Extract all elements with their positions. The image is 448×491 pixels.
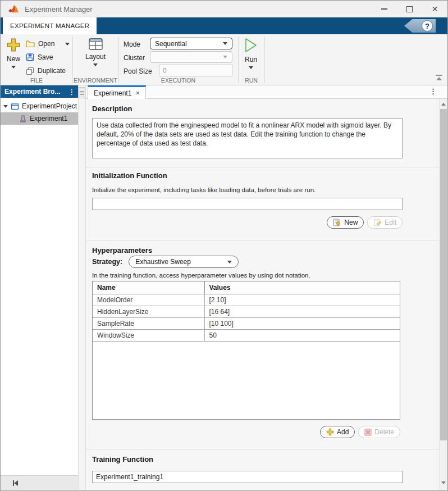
hyperparameter-values-cell[interactable]: 50 — [204, 330, 400, 342]
run-play-icon — [244, 38, 258, 53]
mode-dropdown[interactable]: Sequential — [150, 38, 232, 49]
table-row[interactable]: HiddenLayerSize [16 64] — [93, 306, 400, 318]
splitter-grip-icon[interactable] — [79, 87, 85, 98]
browser-overflow-menu-icon[interactable]: ⋮ — [68, 88, 75, 96]
collapse-ribbon-arrow-icon — [436, 77, 442, 80]
panel-splitter[interactable] — [78, 85, 86, 490]
maximize-button[interactable] — [397, 1, 422, 17]
body: Experiment Bro... ⋮ ExperimentProject — [1, 85, 447, 490]
tree-item-project[interactable]: ExperimentProject — [1, 100, 78, 112]
training-function-input[interactable] — [92, 471, 403, 483]
new-function-icon — [333, 219, 341, 227]
column-header-name[interactable]: Name — [93, 281, 204, 294]
pool-size-label: Pool Size — [124, 67, 152, 75]
file-rows: Open Save Duplicate — [26, 37, 70, 78]
initialization-heading: Initialization Function — [92, 171, 447, 180]
experiment-label: Experiment1 — [30, 115, 67, 122]
edit-function-icon — [373, 219, 382, 227]
new-function-label: New — [344, 219, 358, 226]
delete-x-icon — [364, 429, 372, 436]
table-row[interactable]: SampleRate [10 100] — [93, 318, 400, 330]
hyperparameter-name-cell[interactable]: HiddenLayerSize — [93, 306, 204, 318]
add-plus-icon — [326, 428, 334, 436]
help-icon: ? — [422, 20, 433, 31]
save-floppy-icon — [26, 53, 34, 61]
duplicate-button[interactable]: Duplicate — [26, 64, 70, 78]
table-row[interactable]: ModelOrder [2 10] — [93, 294, 400, 306]
execution-section-label: EXECUTION — [118, 77, 238, 84]
open-button-label: Open — [38, 40, 54, 48]
description-textarea[interactable]: Use data collected from the enginespeed … — [92, 118, 403, 158]
tab-experiment1-label: Experiment1 — [94, 89, 131, 97]
hyperparameter-values-cell[interactable]: [16 64] — [204, 306, 400, 318]
run-dropdown-arrow-icon — [249, 66, 253, 69]
new-button[interactable]: New — [3, 38, 24, 69]
close-button[interactable]: ✕ — [422, 1, 447, 17]
scroll-up-button[interactable] — [440, 100, 447, 108]
help-button[interactable]: ? — [404, 19, 436, 33]
save-button[interactable]: Save — [26, 51, 70, 64]
minimize-button[interactable] — [372, 1, 397, 17]
hyperparameters-table-header-row: Name Values — [93, 281, 400, 294]
table-row[interactable]: WindowSize 50 — [93, 330, 400, 342]
experiment-browser-panel: Experiment Bro... ⋮ ExperimentProject — [1, 85, 78, 490]
new-function-button[interactable]: New — [327, 216, 364, 229]
mode-dropdown-value: Sequential — [155, 40, 187, 48]
experiment-browser-header: Experiment Bro... ⋮ — [1, 85, 78, 98]
duplicate-button-label: Duplicate — [38, 67, 66, 75]
cluster-label: Cluster — [124, 54, 145, 62]
document-area: Experiment1 × ⋮ Description Use data col… — [86, 85, 447, 490]
initialization-buttons: New Edit — [92, 216, 403, 229]
hyperparameter-name-cell[interactable]: WindowSize — [93, 330, 204, 342]
scroll-up-icon — [441, 103, 446, 106]
scroll-down-button[interactable] — [440, 479, 447, 487]
tree-item-experiment1[interactable]: Experiment1 — [1, 112, 78, 125]
section-divider — [86, 449, 447, 449]
scroll-down-icon — [441, 481, 446, 484]
tab-close-icon[interactable]: × — [135, 89, 140, 97]
hyperparameters-heading: Hyperparameters — [92, 246, 447, 254]
initialization-function-input[interactable] — [92, 198, 403, 210]
window-controls: ✕ — [372, 1, 447, 17]
collapse-panel-arrow-icon — [14, 480, 18, 486]
run-section-label: RUN — [238, 77, 264, 84]
training-heading: Training Function — [92, 455, 447, 463]
chevron-down-icon[interactable] — [3, 105, 8, 108]
new-plus-icon — [6, 38, 21, 52]
open-button[interactable]: Open — [26, 37, 70, 51]
open-folder-icon — [26, 40, 35, 48]
document-overflow-menu-icon[interactable]: ⋮ — [429, 87, 437, 96]
experiment-browser-title: Experiment Bro... — [4, 88, 60, 96]
hyperparameter-values-cell[interactable]: [2 10] — [204, 294, 400, 306]
project-box-icon — [11, 103, 19, 110]
pool-size-input — [159, 65, 232, 76]
run-button[interactable]: Run — [240, 38, 262, 69]
ribbon-toolbar: New Open S — [1, 34, 447, 85]
collapse-panel-button[interactable] — [13, 480, 18, 486]
hyperparameter-name-cell[interactable]: SampleRate — [93, 318, 204, 330]
mode-label: Mode — [124, 40, 140, 48]
collapse-ribbon-button[interactable] — [435, 75, 443, 80]
close-icon: ✕ — [432, 5, 438, 13]
strategy-label: Strategy: — [92, 258, 122, 266]
maximize-icon — [406, 6, 413, 12]
ribbon-section-execution: Mode Sequential Cluster Pool Size EXECUT… — [118, 34, 238, 85]
file-section-label: FILE — [1, 77, 72, 84]
project-label: ExperimentProject — [22, 102, 77, 110]
vertical-scrollbar[interactable] — [439, 99, 447, 490]
strategy-row: Strategy: Exhaustive Sweep — [92, 256, 447, 268]
add-hyperparameter-button[interactable]: Add — [320, 426, 355, 438]
column-header-values[interactable]: Values — [204, 281, 400, 294]
ribbon-tabstrip: EXPERIMENT MANAGER ? — [1, 17, 447, 34]
delete-button-label: Delete — [374, 428, 394, 436]
new-dropdown-arrow-icon — [11, 66, 16, 69]
hyperparameter-values-cell[interactable]: [10 100] — [204, 318, 400, 330]
hyperparameter-name-cell[interactable]: ModelOrder — [93, 294, 204, 306]
duplicate-copy-icon — [26, 67, 34, 75]
scrollbar-thumb[interactable] — [440, 109, 447, 440]
strategy-dropdown[interactable]: Exhaustive Sweep — [129, 256, 239, 268]
layout-button[interactable]: Layout — [85, 38, 106, 66]
tab-experiment1[interactable]: Experiment1 × — [88, 85, 146, 99]
section-divider — [86, 167, 447, 167]
tab-experiment-manager[interactable]: EXPERIMENT MANAGER — [3, 17, 97, 34]
